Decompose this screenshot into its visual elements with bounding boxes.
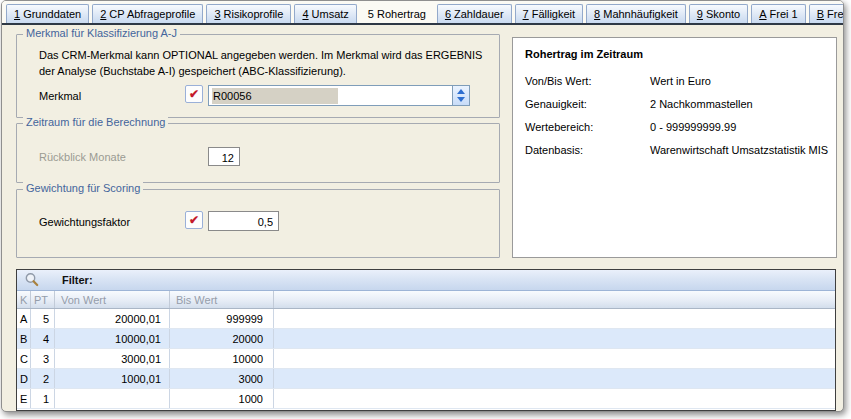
tab-cp-abfrageprofile[interactable]: 2CP Abfrageprofile (92, 4, 203, 23)
up-down-spinner-icon[interactable] (452, 86, 469, 105)
cell-pt: 5 (31, 309, 55, 328)
table-header-row: K PT Von Wert Bis Wert (17, 291, 835, 309)
tab-accel: B (817, 8, 824, 20)
cell-von-wert: 1000,01 (55, 369, 170, 388)
cell-von-wert (55, 389, 170, 408)
group-title: Zeitraum für die Berechnung (23, 116, 168, 128)
info-row-von-bis-wert: Von/Bis Wert:Wert in Euro (525, 70, 836, 93)
rueckblick-monate-input[interactable] (208, 147, 240, 166)
tab-label: Fälligkeit (532, 8, 575, 20)
rueckblick-monate-label: Rückblick Monate (39, 151, 126, 163)
tab-label: Skonto (706, 8, 740, 20)
tab-frei-2[interactable]: BFrei 2 (809, 4, 844, 23)
tab-label: Frei 1 (770, 8, 798, 20)
group-gewichtung-scoring: Gewichtung für Scoring Gewichtungsfaktor… (16, 189, 500, 258)
table-row-a[interactable]: A 5 20000,01 999999 (17, 309, 835, 329)
tab-accel: 9 (697, 8, 703, 20)
group-zeitraum-berechnung: Zeitraum für die Berechnung Rückblick Mo… (16, 123, 500, 183)
tab-accel: A (759, 8, 766, 20)
cell-k: C (17, 349, 31, 368)
tab-accel: 3 (214, 8, 220, 20)
info-value: Warenwirtschaft Umsatzstatistik MIS (650, 139, 828, 162)
tab-label: CP Abfrageprofile (109, 8, 195, 20)
cell-bis-wert: 10000 (170, 349, 274, 368)
info-label: Von/Bis Wert: (525, 70, 650, 93)
tab-umsatz[interactable]: 4Umsatz (294, 4, 356, 23)
info-panel-title: Rohertrag im Zeitraum (525, 48, 836, 60)
column-header-von-wert[interactable]: Von Wert (55, 291, 170, 308)
table-row-b[interactable]: B 4 10000,01 20000 (17, 329, 835, 349)
cell-k: B (17, 329, 31, 348)
column-header-k[interactable]: K (17, 291, 31, 308)
cell-filler (274, 349, 835, 368)
table-row-e[interactable]: E 1 1000 (17, 389, 835, 409)
tab-grunddaten[interactable]: 1Grunddaten (6, 4, 89, 23)
tab-label: Risikoprofile (224, 8, 284, 20)
tab-accel: 5 (368, 8, 374, 20)
tab-frei-1[interactable]: AFrei 1 (751, 4, 805, 23)
cell-bis-wert: 999999 (170, 309, 274, 328)
table-row-c[interactable]: C 3 3000,01 10000 (17, 349, 835, 369)
tab-label: Mahnhäufigkeit (603, 8, 678, 20)
cell-k: E (17, 389, 31, 408)
cell-k: D (17, 369, 31, 388)
group-merkmal-klassifizierung: Merkmal für Klassifizierung A-J Das CRM-… (16, 34, 500, 118)
info-label: Wertebereich: (525, 116, 650, 139)
merkmal-input-value: R00056 (209, 86, 452, 105)
cell-k: A (17, 309, 31, 328)
cell-filler (274, 369, 835, 388)
tab-accel: 6 (445, 8, 451, 20)
tab-accel: 7 (523, 8, 529, 20)
info-value: 0 - 999999999.99 (650, 116, 736, 139)
column-header-bis-wert[interactable]: Bis Wert (170, 291, 274, 308)
tab-mahnhaeufigkeit[interactable]: 8Mahnhäufigkeit (586, 4, 686, 23)
column-header-pt[interactable]: PT (31, 291, 55, 308)
tab-bar: 1Grunddaten 2CP Abfrageprofile 3Risikopr… (2, 1, 843, 25)
tab-label: Grunddaten (23, 8, 81, 20)
cell-pt: 4 (31, 329, 55, 348)
red-check-icon[interactable]: ✔ (185, 85, 203, 103)
gewichtungsfaktor-input[interactable] (208, 211, 279, 231)
tab-accel: 1 (14, 8, 20, 20)
cell-bis-wert: 20000 (170, 329, 274, 348)
cell-von-wert: 20000,01 (55, 309, 170, 328)
tab-accel: 4 (302, 8, 308, 20)
tab-page-rohertrag: Merkmal für Klassifizierung A-J Das CRM-… (2, 25, 843, 411)
tab-accel: 8 (594, 8, 600, 20)
cell-pt: 1 (31, 389, 55, 408)
tab-label: Umsatz (312, 8, 349, 20)
info-row-genauigkeit: Genauigkeit:2 Nachkommastellen (525, 93, 836, 116)
tab-zahldauer[interactable]: 6Zahldauer (437, 4, 512, 23)
filter-bar[interactable]: Filter: (17, 270, 835, 291)
info-label: Datenbasis: (525, 139, 650, 162)
spinner-up-arrow (457, 89, 465, 94)
info-label: Genauigkeit: (525, 93, 650, 116)
tab-accel: 2 (100, 8, 106, 20)
merkmal-description: Das CRM-Merkmal kann OPTIONAL angegeben … (39, 47, 482, 79)
red-check-icon[interactable]: ✔ (185, 211, 203, 229)
tab-label: Rohertrag (377, 8, 426, 20)
column-header-filler (274, 291, 835, 308)
classification-table: Filter: K PT Von Wert Bis Wert A 5 20000… (16, 269, 836, 411)
cell-filler (274, 389, 835, 408)
gewichtungsfaktor-label: Gewichtungsfaktor (39, 216, 130, 228)
magnifier-icon[interactable] (24, 272, 40, 288)
merkmal-input[interactable]: R00056 (208, 85, 470, 106)
tab-faelligkeit[interactable]: 7Fälligkeit (515, 4, 584, 23)
cell-bis-wert: 3000 (170, 369, 274, 388)
tab-skonto[interactable]: 9Skonto (689, 4, 748, 23)
group-title: Merkmal für Klassifizierung A-J (23, 27, 180, 39)
tab-label: Frei 2 (827, 8, 844, 20)
merkmal-label: Merkmal (39, 90, 81, 102)
tab-risikoprofile[interactable]: 3Risikoprofile (206, 4, 291, 23)
cell-bis-wert: 1000 (170, 389, 274, 408)
table-row-d[interactable]: D 2 1000,01 3000 (17, 369, 835, 389)
cell-pt: 2 (31, 369, 55, 388)
info-value: 2 Nachkommastellen (650, 93, 753, 116)
cell-von-wert: 3000,01 (55, 349, 170, 368)
tab-label: Zahldauer (454, 8, 504, 20)
cell-pt: 3 (31, 349, 55, 368)
info-panel-rohertrag: Rohertrag im Zeitraum Von/Bis Wert:Wert … (512, 37, 837, 258)
info-row-datenbasis: Datenbasis:Warenwirtschaft Umsatzstatist… (525, 139, 836, 162)
tab-rohertrag-active[interactable]: 5Rohertrag (360, 4, 434, 23)
